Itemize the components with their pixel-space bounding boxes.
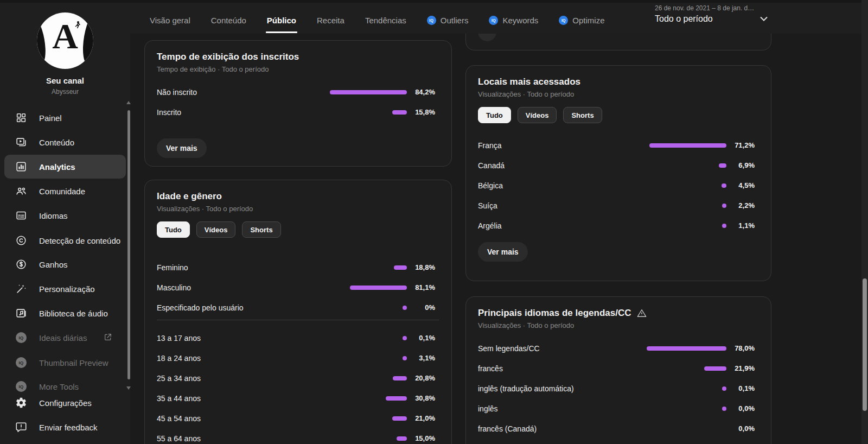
stat-bar [350,286,407,290]
sidebar-item-deteccao-de-conteudo[interactable]: Detecção de conteúdo [0,229,126,252]
stat-row: Especificado pelo usuário0% [145,297,451,318]
tab-publico[interactable]: Público [267,0,296,34]
sidebar: A Seu canal Abysseur PainelConteúdoAnaly… [0,0,130,444]
stat-value: 2,2% [733,201,755,210]
customization-icon [15,283,27,295]
stat-label: 45 a 54 anos [157,414,392,423]
channel-handle: Abysseur [0,88,130,96]
sidebar-item-configuracoes[interactable]: Configurações [0,391,126,415]
sidebar-scrollbar-thumb[interactable] [127,110,130,379]
tab-label: Visão geral [150,16,190,25]
stat-label: Não inscrito [157,88,330,97]
sidebar-item-label: Thumbnail Preview [39,358,108,367]
stat-row: Canadá6,9% [466,155,771,175]
tab-conteudo[interactable]: Conteúdo [211,0,246,34]
tab-visao-geral[interactable]: Visão geral [150,0,190,34]
chip-tudo[interactable]: Tudo [478,107,511,123]
stat-row: 18 a 24 anos3,1% [145,348,451,368]
analytics-icon [15,161,27,173]
ver-mais-button[interactable]: Ver mais [478,242,528,262]
stat-row: Feminino18,8% [145,257,451,277]
window-scrollbar[interactable] [861,0,868,444]
channel-avatar[interactable]: A [37,12,93,69]
sidebar-item-thumbnail-preview[interactable]: IQThumbnail Preview [0,351,126,375]
tab-outliers[interactable]: IQOutliers [427,0,469,34]
stat-value: 3,1% [413,354,435,362]
sidebar-scroll-down-icon[interactable] [126,386,131,390]
sidebar-item-idiomas[interactable]: Idiomas [0,204,126,227]
stat-bar [647,346,726,351]
card-subtitle: Tempo de exibição · Todo o período [145,65,451,73]
stat-bar [394,265,407,270]
audio-library-icon [15,307,27,319]
copyright-icon [15,234,27,246]
sidebar-item-personalizacao[interactable]: Personalização [0,277,126,301]
stat-row: inglês (tradução automática)0,1% [466,378,771,398]
sidebar-item-conteudo[interactable]: Conteúdo [0,130,126,154]
sidebar-item-label: Ideais diárias [39,333,87,342]
stat-label: 35 a 44 anos [157,394,386,403]
sidebar-item-label: Conteúdo [39,138,74,147]
stat-bar [722,183,726,188]
stat-value: 30,8% [413,394,435,402]
chevron-down-icon[interactable] [757,12,770,25]
stat-label: 55 a 64 anos [157,434,397,443]
analytics-tabs: Visão geralConteúdoPúblicoReceitaTendênc… [150,0,605,34]
sidebar-item-analytics[interactable]: Analytics [4,155,126,179]
external-link-icon [104,333,112,341]
stat-label: 18 a 24 anos [157,354,403,363]
tab-receita[interactable]: Receita [317,0,344,34]
stat-rows: Sem legendas/CC78,0%francês21,9%inglês (… [466,338,771,439]
tab-label: Outliers [441,16,469,25]
stat-label: francês (Canadá) [478,424,726,433]
stat-value: 0,1% [413,334,435,342]
stat-value: 21,0% [413,414,435,422]
chip-videos[interactable]: Vídeos [196,221,236,238]
stat-value: 0,0% [733,424,755,433]
vidiq-icon: IQ [489,16,498,25]
card-title: Tempo de exibição dos inscritos [157,52,299,62]
ver-mais-button[interactable]: Ver mais [157,138,207,158]
sidebar-item-label: Painel [39,113,62,123]
sidebar-scroll-up-icon[interactable] [126,101,131,104]
chip-shorts[interactable]: Shorts [242,221,280,238]
window-scrollbar-thumb[interactable] [863,278,867,411]
card-age-gender: Idade e gênero Visualizações · Todo o pe… [144,180,452,444]
stat-value: 81,1% [413,283,435,291]
sidebar-item-ideais-diarias[interactable]: IQIdeais diárias [0,326,126,350]
stat-bar [649,143,726,148]
stat-value: 0% [413,303,435,312]
chip-videos[interactable]: Vídeos [518,107,557,123]
sidebar-item-biblioteca-de-audio[interactable]: Biblioteca de áudio [0,301,126,325]
sidebar-item-label: Detecção de conteúdo [39,236,120,245]
stat-label: Sem legendas/CC [478,344,647,353]
vidiq-icon: IQ [15,357,27,369]
stat-label: 13 a 17 anos [157,334,403,342]
stat-bar [704,366,726,371]
tab-optimize[interactable]: IQOptimize [559,0,604,34]
sidebar-item-comunidade[interactable]: Comunidade [0,179,126,203]
stat-row: França71,2% [466,135,771,155]
sidebar-item-painel[interactable]: Painel [0,106,126,130]
stat-row: Sem legendas/CC78,0% [466,338,771,358]
climber-silhouette-icon [73,20,82,31]
tab-keywords[interactable]: IQKeywords [489,0,538,34]
sidebar-item-ganhos[interactable]: Ganhos [0,252,126,276]
date-range-text: 26 de nov. de 2021 – 8 de jan. d… [655,4,780,12]
stat-label: francês [478,364,704,373]
chip-shorts[interactable]: Shorts [563,107,602,123]
sidebar-item-label: Biblioteca de áudio [39,309,108,318]
stat-label: Especificado pelo usuário [157,303,403,312]
sidebar-item-label: Comunidade [39,187,85,196]
stat-label: Feminino [157,263,394,272]
stat-row: francês21,9% [466,358,771,378]
stat-row: francês (Canadá)0,0% [466,418,771,439]
tab-tendencias[interactable]: Tendências [365,0,406,34]
stat-value: 1,1% [733,221,755,230]
sidebar-item-enviar-feedback[interactable]: Enviar feedback [0,415,126,439]
tab-label: Keywords [502,16,538,25]
chip-tudo[interactable]: Tudo [157,221,190,238]
stat-row: inglês0,0% [466,398,771,418]
card-subtitle-languages: Principais idiomas de legendas/CC Visual… [465,296,771,444]
stat-label: 25 a 34 anos [157,374,393,383]
